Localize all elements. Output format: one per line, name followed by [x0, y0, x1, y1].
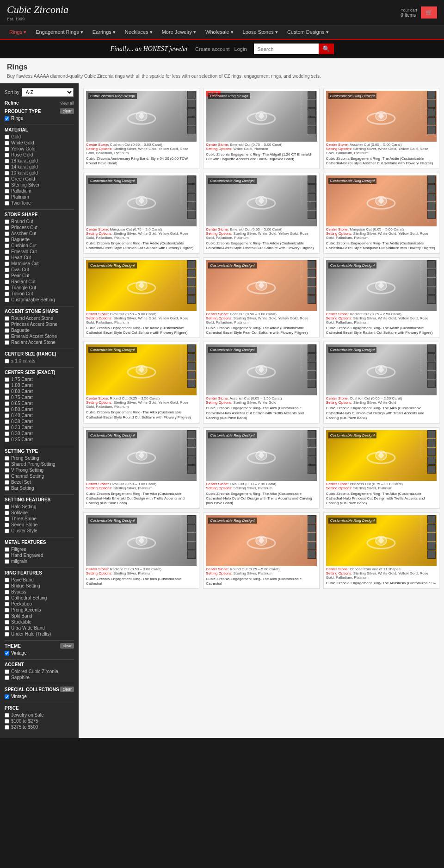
thumb-4[interactable] [427, 202, 436, 210]
filter-asscher-cut[interactable]: Asscher Cut [5, 231, 74, 236]
thumb-5[interactable] [427, 126, 436, 134]
filter-yellow-gold[interactable]: Yellow Gold [5, 146, 74, 151]
thumb-4[interactable] [187, 371, 196, 379]
thumb-2[interactable] [187, 439, 196, 447]
filter-1-75-carat[interactable]: 1.75 Carat [5, 377, 74, 382]
thumb-1[interactable] [308, 91, 316, 99]
filter-baguette[interactable]: Baguette [5, 237, 74, 242]
thumb-1[interactable] [427, 344, 436, 353]
thumb-1[interactable] [187, 430, 196, 438]
filter-marquise-cut[interactable]: Marquise Cut [5, 261, 74, 266]
filter-stackable[interactable]: Stackable [5, 619, 74, 624]
product-card-3[interactable]: Customizable Ring Design! www.CubicZirco… [83, 173, 199, 254]
product-card-16[interactable]: Customizable Ring Design! www.CubicZirco… [203, 512, 319, 589]
thumb-4[interactable] [308, 371, 316, 379]
thumb-4[interactable] [427, 371, 436, 379]
product-card-4[interactable]: Customizable Ring Design! www.CubicZirco… [203, 173, 319, 254]
filter-emerald-cut[interactable]: Emerald Cut [5, 249, 74, 254]
thumb-5[interactable] [427, 380, 436, 388]
thumb-1[interactable] [187, 175, 196, 184]
thumb-4[interactable] [187, 456, 196, 465]
thumb-2[interactable] [187, 269, 196, 277]
thumb-5[interactable] [427, 465, 436, 474]
filter-prong-setting[interactable]: Prong Setting [5, 456, 74, 461]
filter-0-30-carat[interactable]: 0.30 Carat [5, 431, 74, 436]
filter-pave-band[interactable]: Pave Band [5, 577, 74, 582]
thumb-1[interactable] [427, 430, 436, 438]
filter-cluster-style[interactable]: Cluster Style [5, 528, 74, 533]
product-card-12[interactable]: Customizable Ring Design! www.CubicZirco… [83, 427, 199, 509]
filter-cathedral-setting[interactable]: Cathedral Setting [5, 595, 74, 600]
special-collections-clear-button[interactable]: clear [60, 687, 74, 692]
thumb-3[interactable] [427, 108, 436, 117]
search-submit-button[interactable]: 🔍 [319, 44, 334, 54]
thumb-5[interactable] [187, 380, 196, 388]
create-account-link[interactable]: Create account [195, 46, 230, 52]
thumb-2[interactable] [187, 100, 196, 108]
filter-cushion-cut[interactable]: Cushion Cut [5, 243, 74, 248]
thumb-1[interactable] [308, 260, 316, 269]
filter-pear-cut[interactable]: Pear Cut [5, 273, 74, 278]
filter-275-500[interactable]: $275 to $500 [5, 724, 74, 730]
thumb-1[interactable] [308, 515, 316, 524]
thumb-3[interactable] [427, 533, 436, 541]
thumb-2[interactable] [427, 184, 436, 193]
filter-bridge-setting[interactable]: Bridge Setting [5, 583, 74, 588]
thumb-3[interactable] [187, 362, 196, 370]
filter-rings-checkbox[interactable] [5, 116, 9, 121]
thumb-5[interactable] [308, 380, 316, 388]
thumb-4[interactable] [308, 542, 316, 550]
thumb-5[interactable] [427, 295, 436, 304]
filter-princess-accent[interactable]: Princess Accent Stone [5, 322, 74, 327]
filter-filigree[interactable]: Filigree [5, 547, 74, 552]
thumb-3[interactable] [427, 448, 436, 456]
thumb-2[interactable] [427, 439, 436, 447]
thumb-3[interactable] [308, 278, 316, 286]
product-card-14[interactable]: Customizable Ring Design! www.CubicZirco… [323, 427, 439, 509]
thumb-3[interactable] [308, 108, 316, 117]
filter-seven-stone[interactable]: Seven Stone [5, 522, 74, 527]
thumb-4[interactable] [308, 117, 316, 125]
filter-sterling-silver[interactable]: Sterling Silver [5, 182, 74, 187]
filter-lte-1-carat[interactable]: ≤ 1.0 carats [5, 358, 74, 363]
thumb-2[interactable] [427, 524, 436, 532]
thumb-5[interactable] [187, 295, 196, 304]
thumb-5[interactable] [427, 550, 436, 559]
thumb-2[interactable] [187, 353, 196, 362]
search-input[interactable] [254, 44, 319, 54]
thumb-5[interactable] [187, 126, 196, 134]
filter-rings[interactable]: Rings [5, 116, 74, 121]
filter-14-karat[interactable]: 14 karat gold [5, 164, 74, 169]
thumb-4[interactable] [427, 287, 436, 295]
thumb-2[interactable] [187, 184, 196, 193]
nav-item-necklaces[interactable]: Necklaces ▾ [120, 25, 157, 39]
thumb-5[interactable] [187, 465, 196, 474]
filter-baguette-accent[interactable]: Baguette [5, 328, 74, 333]
thumb-3[interactable] [308, 362, 316, 370]
thumb-5[interactable] [308, 211, 316, 219]
view-all-link[interactable]: view all [60, 101, 74, 106]
filter-on-sale[interactable]: Jewelry on Sale [5, 712, 74, 718]
filter-solitaire[interactable]: Solitaire [5, 510, 74, 515]
filter-palladium[interactable]: Palladium [5, 188, 74, 194]
filter-0-80-carat[interactable]: 0.80 Carat [5, 389, 74, 394]
thumb-1[interactable] [427, 260, 436, 269]
nav-item-earrings[interactable]: Earrings ▾ [88, 25, 120, 39]
filter-peekaboo[interactable]: Peekaboo [5, 601, 74, 606]
thumb-2[interactable] [427, 100, 436, 108]
thumb-4[interactable] [187, 287, 196, 295]
filter-rose-gold[interactable]: Rose Gold [5, 152, 74, 157]
thumb-5[interactable] [427, 211, 436, 219]
thumb-1[interactable] [187, 91, 196, 99]
thumb-4[interactable] [308, 287, 316, 295]
filter-colored-cz[interactable]: Colored Cubic Zirconia [5, 669, 74, 674]
thumb-5[interactable] [187, 211, 196, 219]
filter-milgrain[interactable]: milgrain [5, 559, 74, 564]
product-card-6[interactable]: Customizable Ring Design! www.CubicZirco… [83, 257, 199, 338]
thumb-5[interactable] [308, 550, 316, 559]
product-card-9[interactable]: Customizable Ring Design! www.CubicZirco… [83, 342, 199, 423]
product-card-17[interactable]: Customizable Ring Design! www.CubicZirco… [323, 512, 439, 589]
filter-green-gold[interactable]: Green Gold [5, 176, 74, 181]
thumb-1[interactable] [187, 344, 196, 353]
filter-0-33-carat[interactable]: 0.33 Carat [5, 425, 74, 430]
